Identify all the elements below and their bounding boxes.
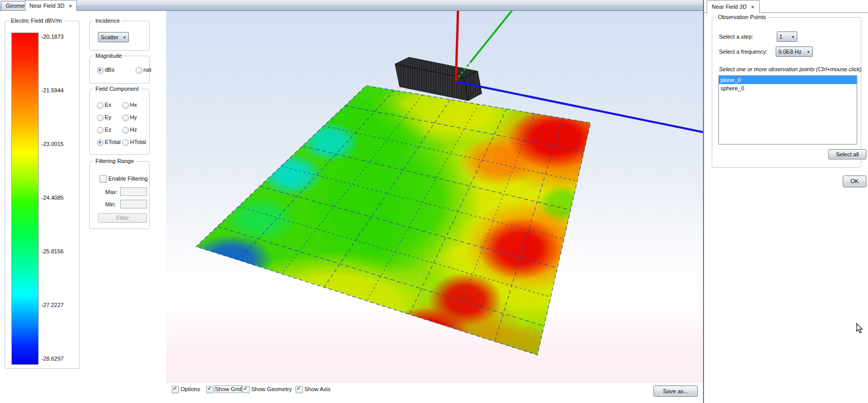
colorbar-tick: -20.1873 xyxy=(41,34,80,40)
options-label: Options xyxy=(181,386,200,392)
magnitude-label: Magnitude xyxy=(93,53,124,59)
tab-near-field-3d[interactable]: Near Field 3D✕ xyxy=(25,0,77,11)
enable-filtering-checkbox[interactable] xyxy=(100,175,107,183)
radio-etotal-label: ETotal xyxy=(105,139,121,145)
electric-field-colorbar-group: Electric Field dBV/m -20.1873 -21.5944 -… xyxy=(5,21,80,369)
observation-points-group: Observation Points Select a step: 1 ▼ Se… xyxy=(712,17,861,168)
chevron-down-icon: ▼ xyxy=(807,50,810,54)
show-geometry-checkbox[interactable] xyxy=(242,386,250,393)
step-value: 1 xyxy=(779,34,782,40)
radio-hy-label: Hy xyxy=(130,114,137,120)
radio-hz-label: Hz xyxy=(130,126,137,133)
tab-label: Near Field 3D xyxy=(712,4,747,10)
colorbar-tick: -24.4085 xyxy=(41,195,80,201)
radio-hx-label: Hx xyxy=(130,102,137,108)
chevron-down-icon: ▼ xyxy=(123,36,126,39)
field-component-label: Field Component xyxy=(93,86,141,92)
incidence-group: Incidence Scatter ▼ xyxy=(89,21,150,51)
colorbar-title: Electric Field dBV/m xyxy=(9,18,64,24)
select-step-label: Select a step: xyxy=(719,34,754,40)
observation-points-note: Select one or more observation points (C… xyxy=(719,66,862,72)
frequency-dropdown[interactable]: 9.0E8 Hz ▼ xyxy=(776,46,813,57)
radio-ex-label: Ex xyxy=(105,102,111,108)
radio-htotal-label: HTotal xyxy=(130,139,146,145)
filtering-range-label: Filtering Range xyxy=(93,158,136,164)
max-input[interactable] xyxy=(120,187,147,196)
show-axis-checkbox[interactable] xyxy=(296,386,303,393)
mouse-cursor xyxy=(856,323,863,334)
max-label: Max: xyxy=(105,189,118,195)
incidence-dropdown[interactable]: Scatter ▼ xyxy=(98,32,129,42)
close-icon[interactable]: ✕ xyxy=(751,1,755,13)
radio-nat[interactable] xyxy=(136,67,142,74)
colorbar-tick: -21.5944 xyxy=(41,87,80,93)
incidence-label: Incidence xyxy=(93,18,122,24)
select-all-button[interactable]: Select all xyxy=(828,149,866,159)
radio-ez-label: Ez xyxy=(105,126,111,133)
show-grid-checkbox[interactable] xyxy=(206,386,214,393)
application-window: Geometry Near Field 3D✕ Electric Field d… xyxy=(0,0,868,403)
radio-htotal[interactable] xyxy=(122,139,129,146)
right-tab-bar: Near Field 3D✕ xyxy=(704,0,868,13)
filtering-range-group: Filtering Range Enable Filtering Max: Mi… xyxy=(89,161,150,229)
list-item-sphere-0[interactable]: sphere_0 xyxy=(719,84,857,92)
tab-near-field-3d-right[interactable]: Near Field 3D✕ xyxy=(707,0,760,13)
show-grid-label: Show Grid xyxy=(215,386,241,392)
step-dropdown[interactable]: 1 ▼ xyxy=(777,31,797,42)
options-checkbox[interactable] xyxy=(172,386,179,393)
colorbar-tick: -27.2227 xyxy=(41,302,80,308)
save-as-button[interactable]: Save as... xyxy=(653,385,698,397)
min-input[interactable] xyxy=(120,200,147,208)
tab-label: Near Field 3D xyxy=(29,3,64,9)
colorbar-gradient xyxy=(11,33,39,365)
radio-hz[interactable] xyxy=(122,127,129,134)
radio-hx[interactable] xyxy=(122,102,129,109)
magnitude-group: Magnitude dBs nat xyxy=(89,56,150,84)
colorbar-tick: -23.0015 xyxy=(41,141,80,147)
main-tab-bar: Geometry Near Field 3D✕ xyxy=(0,0,703,11)
field-component-group: Field Component Ex Hx Ey Hy Ez Hz ETotal… xyxy=(89,89,150,155)
observation-points-list: plane_0 sphere_0 xyxy=(718,75,857,144)
radio-dbs-label: dBs xyxy=(105,67,114,73)
radio-etotal[interactable] xyxy=(97,139,104,146)
observation-points-panel: Near Field 3D✕ Observation Points Select… xyxy=(704,0,868,403)
show-axis-label: Show Axis xyxy=(304,386,331,392)
radio-dbs[interactable] xyxy=(97,67,104,74)
chevron-down-icon: ▼ xyxy=(791,35,795,39)
colorbar-tick: -25.8156 xyxy=(41,248,80,254)
radio-ey-label: Ey xyxy=(105,114,111,120)
incidence-value: Scatter xyxy=(101,34,119,40)
radio-ez[interactable] xyxy=(97,127,104,134)
3d-viewport[interactable] xyxy=(166,11,703,383)
close-icon[interactable]: ✕ xyxy=(69,1,73,11)
ok-button[interactable]: OK xyxy=(843,175,866,187)
show-geometry-label: Show Geometry xyxy=(251,386,292,392)
select-frequency-label: Select a frequency: xyxy=(719,49,767,55)
radio-nat-label: nat xyxy=(143,67,151,73)
enable-filtering-label: Enable Filtering xyxy=(108,175,148,182)
frequency-value: 9.0E8 Hz xyxy=(778,49,801,55)
radio-ex[interactable] xyxy=(97,102,104,109)
radio-hy[interactable] xyxy=(122,115,129,121)
filter-button[interactable]: Filter xyxy=(98,213,147,223)
observation-points-label: Observation Points xyxy=(716,14,768,20)
colorbar-tick: -28.6297 xyxy=(41,356,80,362)
min-label: Min: xyxy=(105,201,116,207)
list-item-plane-0[interactable]: plane_0 xyxy=(719,76,857,84)
radio-ey[interactable] xyxy=(97,115,104,121)
